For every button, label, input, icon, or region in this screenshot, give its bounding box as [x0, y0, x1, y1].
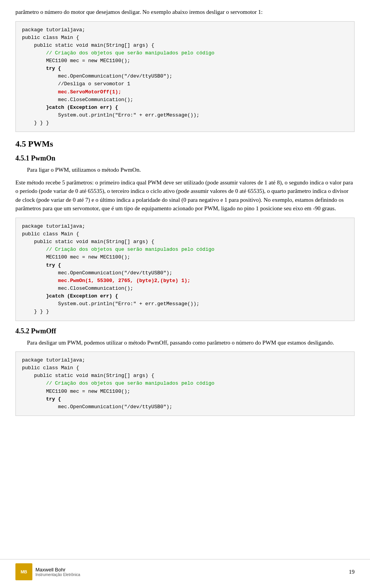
section-451-heading: 4.5.1 PwmOn — [15, 154, 355, 162]
section-452-para1: Para desligar um PWM, podemos utilizar o… — [15, 338, 355, 347]
footer-logo-icon: MB — [15, 563, 32, 580]
footer: MB Maxwell Bohr Instrumentação Eletrônic… — [0, 559, 370, 580]
section-451-para1: Para ligar o PWM, utilizamos o método Pw… — [15, 166, 355, 174]
section-45-heading: 4.5 PWMs — [15, 139, 355, 149]
code-block-3: package tutorialjava; public class Main … — [15, 351, 355, 416]
footer-company-sub: Instrumentação Eletrônica — [35, 573, 80, 577]
section-452-heading: 4.5.2 PwmOff — [15, 327, 355, 335]
footer-company-info: Maxwell Bohr Instrumentação Eletrônica — [35, 567, 80, 577]
code-block-1: package tutorialjava; public class Main … — [15, 21, 355, 132]
footer-company-name: Maxwell Bohr — [35, 567, 80, 573]
code-block-2: package tutorialjava; public class Main … — [15, 218, 355, 321]
footer-logo: MB Maxwell Bohr Instrumentação Eletrônic… — [15, 563, 80, 580]
page-number: 19 — [349, 569, 355, 575]
section-451-para2: Este método recebe 5 parâmetros: o prime… — [15, 178, 355, 213]
intro-paragraph: parâmetro o número do motor que desejamo… — [15, 8, 355, 17]
